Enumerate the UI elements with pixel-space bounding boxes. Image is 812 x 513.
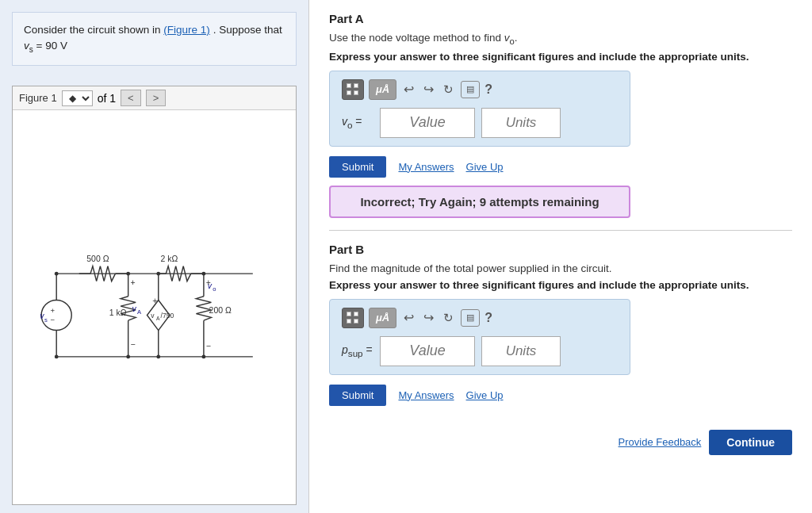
part-a-my-answers-button[interactable]: My Answers [398,161,454,173]
redo-button-b[interactable]: ↪ [421,310,436,325]
svg-text:A: A [137,308,142,315]
part-a-input-row: vo = [342,108,618,138]
svg-text:/750: /750 [160,312,174,320]
part-a-eq-label: vo = [342,115,373,130]
svg-text:s: s [44,316,47,323]
bottom-row: Provide Feedback Continue [329,422,792,455]
part-b-units-input[interactable] [481,336,561,366]
part-a-toolbar: μÅ ↩ ↪ ↻ ▤ ? [342,79,618,100]
provide-feedback-button[interactable]: Provide Feedback [619,436,702,448]
svg-point-40 [54,354,58,358]
svg-point-3 [41,300,71,330]
part-a-submit-row: Submit My Answers Give Up [329,156,792,178]
left-panel: Consider the circuit shown in (Figure 1)… [0,0,309,513]
part-a-units-input[interactable] [481,108,561,138]
part-a-give-up-button[interactable]: Give Up [466,161,504,173]
part-a-instruction: Use the node voltage method to find vo. [329,32,792,46]
mu-button-b[interactable]: μÅ [369,308,396,328]
right-panel: Part A Use the node voltage method to fi… [309,0,812,513]
incorrect-banner: Incorrect; Try Again; 9 attempts remaini… [329,186,630,218]
redo-button-a[interactable]: ↪ [421,82,436,97]
continue-button[interactable]: Continue [709,430,792,455]
keyboard-button-a[interactable]: ▤ [461,81,480,98]
mu-button-a[interactable]: μÅ [369,79,396,100]
part-a-label: Part A [329,12,792,25]
svg-point-42 [156,354,160,358]
part-b-answer-box: μÅ ↩ ↪ ↻ ▤ ? psup = [329,299,630,375]
svg-text:−: − [50,316,55,324]
figure-label: Figure 1 [19,92,57,104]
problem-text-after: . Suppose that [213,24,282,36]
problem-text-before: Consider the circuit shown in [24,24,163,36]
figure-prev-button[interactable]: < [121,90,141,106]
svg-text:−: − [130,340,135,349]
svg-point-36 [54,271,58,275]
svg-point-38 [156,271,160,275]
matrix-button-b[interactable] [342,308,364,328]
figure-header: Figure 1 ◆ of 1 < > [13,86,296,110]
svg-text:−: − [205,342,210,350]
figure-content: + − v s 500 Ω 2 kΩ v [13,110,296,504]
part-b-submit-button[interactable]: Submit [329,385,386,406]
matrix-button[interactable] [342,79,364,100]
figure-of-label: of 1 [98,92,116,105]
part-a-value-input[interactable] [380,108,475,138]
svg-text:v: v [151,312,155,320]
svg-text:1 kΩ: 1 kΩ [109,308,126,316]
svg-text:+: + [152,297,157,305]
circuit-diagram: + − v s 500 Ω 2 kΩ v [28,228,282,387]
svg-text:+: + [50,305,55,314]
part-b-submit-row: Submit My Answers Give Up [329,385,792,406]
part-a-submit-button[interactable]: Submit [329,156,386,178]
svg-point-39 [201,271,205,275]
part-b-input-row: psup = [342,336,618,366]
part-b-toolbar: μÅ ↩ ↪ ↻ ▤ ? [342,308,618,328]
part-b-label: Part B [329,243,792,256]
part-b-eq-label: psup = [342,343,373,358]
part-b-instruction: Find the magnitude of the total power su… [329,262,792,274]
part-b-give-up-button[interactable]: Give Up [466,389,504,401]
part-b-instruction-bold: Express your answer to three significant… [329,279,792,291]
problem-statement: Consider the circuit shown in (Figure 1)… [12,12,297,66]
part-b-value-input[interactable] [380,336,475,366]
svg-text:+: + [130,278,135,287]
figure-next-button[interactable]: > [146,90,167,106]
svg-text:A: A [155,316,159,321]
svg-text:200 Ω: 200 Ω [209,305,231,314]
svg-point-37 [126,271,130,275]
help-button-a[interactable]: ? [485,82,492,97]
svg-point-41 [126,354,130,358]
keyboard-button-b[interactable]: ▤ [461,309,480,327]
svg-point-43 [201,354,205,358]
undo-button-b[interactable]: ↩ [401,310,416,325]
svg-text:500 Ω: 500 Ω [86,254,109,262]
refresh-button-a[interactable]: ↻ [441,82,456,97]
figure-link[interactable]: (Figure 1) [163,24,210,36]
section-divider [329,230,792,231]
figure-container: Figure 1 ◆ of 1 < > + − v s [12,86,297,505]
part-a-answer-box: μÅ ↩ ↪ ↻ ▤ ? vo = [329,71,630,147]
part-a-instruction-bold: Express your answer to three significant… [329,51,792,63]
figure-nav-select[interactable]: ◆ [62,90,93,106]
problem-equation: vs = 90 V [24,40,67,52]
refresh-button-b[interactable]: ↻ [441,311,456,325]
svg-text:v: v [132,304,136,312]
svg-text:+: + [205,278,210,287]
undo-button-a[interactable]: ↩ [401,82,416,97]
svg-text:o: o [213,285,216,293]
svg-text:2 kΩ: 2 kΩ [160,254,178,262]
help-button-b[interactable]: ? [485,311,492,325]
part-b-my-answers-button[interactable]: My Answers [398,389,454,401]
